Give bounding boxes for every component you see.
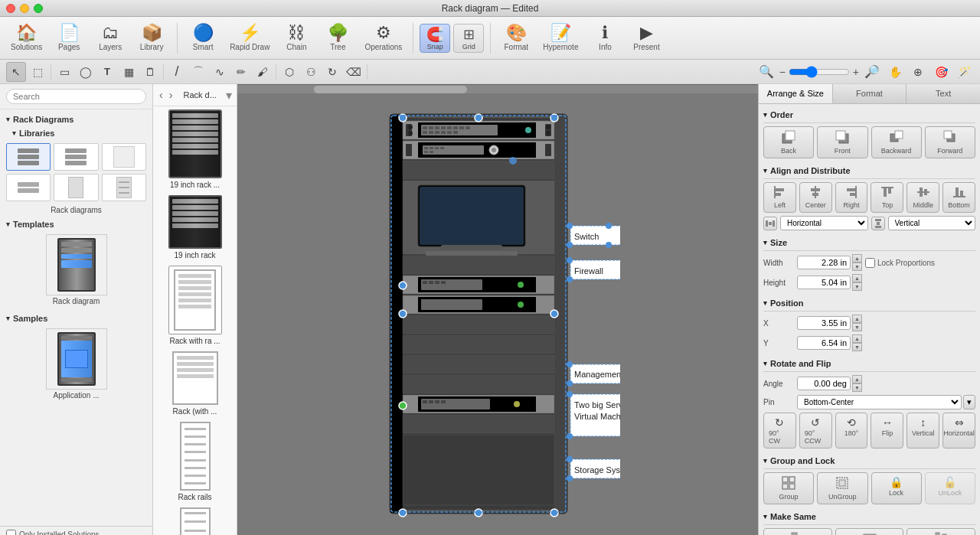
hypernote-button[interactable]: 📝 Hypernote xyxy=(538,23,583,53)
smart-button[interactable]: 🔵 Smart xyxy=(184,23,222,53)
lib-nav-prev[interactable]: ‹ xyxy=(158,87,165,103)
group-lock-header[interactable]: ▾ Group and Lock xyxy=(763,455,975,469)
lock-button[interactable]: 🔒 Lock xyxy=(871,472,922,504)
templates-section[interactable]: ▾ Templates xyxy=(0,217,152,231)
move-tool[interactable]: ✋ xyxy=(885,62,905,82)
zoom-plus-icon[interactable]: + xyxy=(853,66,859,78)
ungroup-button[interactable]: UnGroup xyxy=(817,472,867,504)
flip-horizontal-button[interactable]: ⇔ Horizontal xyxy=(942,413,975,449)
align-center-button[interactable]: Center xyxy=(799,182,832,213)
lib-nav-next[interactable]: › xyxy=(168,87,175,103)
canvas[interactable]: Switch Firewall Management Server Two bi… xyxy=(237,84,758,535)
unlock-button[interactable]: 🔓 UnLock xyxy=(925,472,975,504)
angle-input[interactable] xyxy=(797,377,851,390)
lib-item-rack-medium[interactable]: Rack (with ... xyxy=(156,351,234,416)
thumb-rack-2[interactable] xyxy=(54,143,98,171)
info-button[interactable]: ℹ Info xyxy=(586,23,624,53)
width-down[interactable]: ▼ xyxy=(852,263,862,271)
zoom-minus-icon[interactable]: − xyxy=(779,66,786,78)
width-input[interactable] xyxy=(797,256,851,269)
eraser-tool[interactable]: ⌫ xyxy=(344,62,364,82)
rotate-180-button[interactable]: ⟲ 180° xyxy=(835,413,868,449)
thumb-rack-5[interactable] xyxy=(54,174,98,201)
angle-stepper[interactable]: ▲ ▼ xyxy=(852,375,862,392)
snap-button[interactable]: 🧲 Snap xyxy=(420,24,450,53)
color-picker-tool[interactable]: 🎯 xyxy=(931,62,951,82)
make-same-header[interactable]: ▾ Make Same xyxy=(763,511,975,525)
table-tool[interactable]: ▦ xyxy=(119,62,139,82)
back-button[interactable]: Back xyxy=(763,126,814,158)
same-width-button[interactable]: Width xyxy=(835,528,904,535)
forward-button[interactable]: Forward xyxy=(925,126,975,158)
layers-button[interactable]: 🗂 Layers xyxy=(91,23,129,53)
align-right-button[interactable]: Right xyxy=(835,182,868,213)
pen-tool[interactable]: ✏ xyxy=(231,62,251,82)
line-tool[interactable]: / xyxy=(167,62,187,82)
height-down[interactable]: ▼ xyxy=(852,282,862,291)
brush-tool[interactable]: 🖌 xyxy=(253,62,273,82)
y-down[interactable]: ▼ xyxy=(852,343,862,351)
horizontal-scrollbar[interactable] xyxy=(237,84,758,93)
x-stepper[interactable]: ▲ ▼ xyxy=(852,315,862,331)
pin-dropdown-button[interactable]: ▾ xyxy=(963,395,975,409)
maximize-button[interactable] xyxy=(34,4,43,13)
position-section-header[interactable]: ▾ Position xyxy=(763,297,975,312)
poly-tool[interactable]: ⬡ xyxy=(279,62,299,82)
tab-text[interactable]: Text xyxy=(906,84,980,103)
chain-button[interactable]: ⛓ Chain xyxy=(277,23,315,53)
library-button[interactable]: 📦 Library xyxy=(132,23,171,53)
zoom-fit-button[interactable]: 🔎 xyxy=(862,62,882,82)
y-input[interactable] xyxy=(797,336,851,350)
search-input[interactable] xyxy=(6,89,146,104)
selection-box-tool[interactable]: ⬚ xyxy=(28,62,47,82)
zoom-slider[interactable] xyxy=(789,66,850,78)
height-stepper[interactable]: ▲ ▼ xyxy=(852,274,862,291)
rotate-tool[interactable]: ↻ xyxy=(322,62,342,82)
samples-section[interactable]: ▾ Samples xyxy=(0,312,152,325)
align-middle-button[interactable]: Middle xyxy=(906,182,939,213)
width-stepper[interactable]: ▲ ▼ xyxy=(852,254,862,271)
select-tool[interactable]: ↖ xyxy=(6,62,26,82)
tab-format[interactable]: Format xyxy=(833,84,907,103)
lib-item-19inch-rack-tall[interactable]: 19 inch rack ... xyxy=(156,109,234,189)
rack-diagrams-section[interactable]: ▾ Rack Diagrams xyxy=(0,113,152,126)
format-button[interactable]: 🎨 Format xyxy=(497,23,535,53)
lock-proportions-checkbox[interactable] xyxy=(865,258,875,268)
front-button[interactable]: Front xyxy=(817,126,867,158)
x-up[interactable]: ▲ xyxy=(852,315,862,323)
lib-item-rack-rails-tall[interactable]: Rack with ra ... xyxy=(156,266,234,345)
height-input[interactable] xyxy=(797,276,851,289)
lib-menu-button[interactable]: ▾ xyxy=(226,88,232,103)
rotate-section-header[interactable]: ▾ Rotate and Flip xyxy=(763,357,975,372)
angle-up[interactable]: ▲ xyxy=(852,375,862,383)
lib-item-rack-rails[interactable]: Rack rails xyxy=(156,422,234,501)
thumb-rack-6[interactable] xyxy=(102,174,146,201)
rotate-90ccw-button[interactable]: ↺ 90° CCW xyxy=(799,413,832,449)
only-installed-checkbox[interactable] xyxy=(6,530,16,535)
present-button[interactable]: ▶ Present xyxy=(627,23,665,53)
close-button[interactable] xyxy=(6,4,15,13)
h-distribute-select[interactable]: Horizontal xyxy=(780,216,868,230)
thumb-rack-4[interactable] xyxy=(6,174,51,201)
minimize-button[interactable] xyxy=(20,4,29,13)
x-input[interactable] xyxy=(797,316,851,330)
rack-diagram-svg[interactable]: Switch Firewall Management Server Two bi… xyxy=(375,107,620,520)
libraries-section[interactable]: ▾ Libraries xyxy=(0,126,152,140)
backward-button[interactable]: Backward xyxy=(871,126,922,158)
v-distribute-select[interactable]: Vertical xyxy=(888,216,976,230)
ellipse-tool[interactable]: ◯ xyxy=(76,62,96,82)
lib-item-19inch-rack[interactable]: 19 inch rack xyxy=(156,195,234,259)
thumb-rack-1u[interactable] xyxy=(6,143,51,171)
same-height-button[interactable]: Height xyxy=(906,528,975,535)
lib-item-rack-rails-medium[interactable]: Rack rails ... xyxy=(156,507,234,535)
note-tool[interactable]: 🗒 xyxy=(140,62,160,82)
connector-tool[interactable]: ⚇ xyxy=(301,62,321,82)
align-bottom-button[interactable]: Bottom xyxy=(942,182,975,213)
rotate-90cw-button[interactable]: ↻ 90° CW xyxy=(763,413,796,449)
rectangle-tool[interactable]: ▭ xyxy=(54,62,74,82)
grid-button[interactable]: ⊞ Grid xyxy=(453,24,484,53)
canvas-area[interactable]: Switch Firewall Management Server Two bi… xyxy=(237,84,758,535)
move-canvas-tool[interactable]: ⊕ xyxy=(908,62,928,82)
tab-arrange-size[interactable]: Arrange & Size xyxy=(759,84,833,103)
align-section-header[interactable]: ▾ Align and Distribute xyxy=(763,165,975,179)
